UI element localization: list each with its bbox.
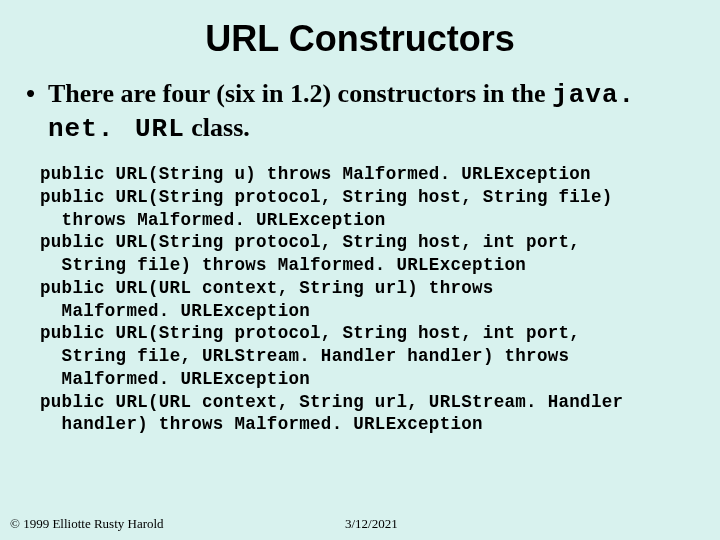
bullet-text-post: class. xyxy=(185,113,250,142)
bullet-text-pre: There are four (six in 1.2) constructors… xyxy=(48,79,552,108)
slide: URL Constructors • There are four (six i… xyxy=(0,0,720,540)
slide-title: URL Constructors xyxy=(20,18,700,60)
bullet-text: There are four (six in 1.2) constructors… xyxy=(48,78,700,145)
code-block: public URL(String u) throws Malformed. U… xyxy=(40,163,692,436)
footer-date: 3/12/2021 xyxy=(345,516,398,532)
bullet-item: • There are four (six in 1.2) constructo… xyxy=(26,78,700,145)
bullet-dot: • xyxy=(26,78,48,111)
footer-copyright: © 1999 Elliotte Rusty Harold xyxy=(10,516,164,532)
